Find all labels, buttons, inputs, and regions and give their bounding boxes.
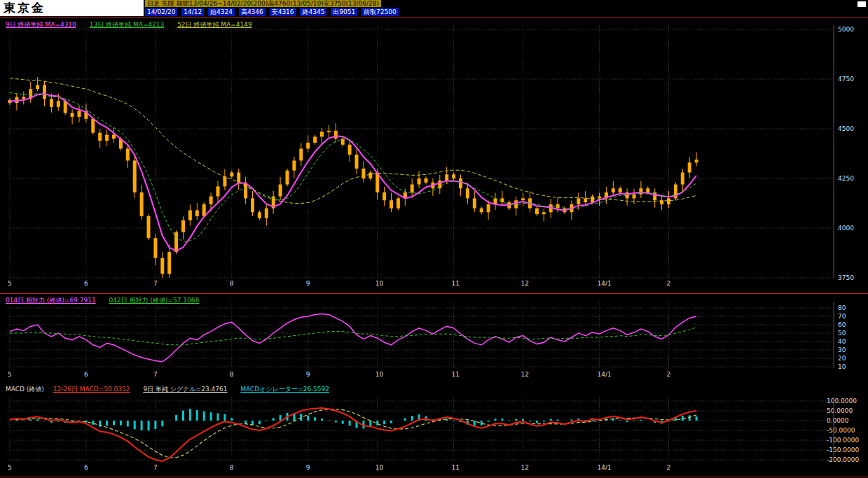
svg-text:80: 80 (838, 304, 846, 311)
svg-text:11: 11 (452, 464, 460, 471)
svg-text:40: 40 (838, 338, 846, 345)
svg-text:11: 11 (452, 280, 460, 287)
svg-text:9: 9 (306, 371, 310, 378)
svg-text:11: 11 (452, 371, 460, 378)
svg-text:3750: 3750 (838, 274, 854, 281)
svg-text:-150.0000: -150.0000 (827, 447, 859, 454)
quote-high: 高4346 (239, 8, 266, 16)
svg-text:5000: 5000 (838, 26, 854, 33)
quote-volume: 出9051 (331, 8, 357, 16)
svg-text:10: 10 (838, 363, 846, 370)
svg-text:70: 70 (838, 313, 846, 320)
svg-text:4000: 4000 (838, 225, 854, 232)
instrument-title: 東京金 (0, 0, 144, 16)
svg-text:6: 6 (84, 371, 88, 378)
price-chart-panel: 9日 終値単純 MA=4310 13日 終値単純 MA=4213 52日 終値単… (0, 18, 868, 293)
legend-macd-link[interactable]: 12-26日 MACD=50.0352 (53, 386, 130, 393)
svg-text:2: 2 (667, 371, 671, 378)
quote-low: 安4316 (270, 8, 296, 16)
legend-ma13-link[interactable]: 13日 終値単純 MA=4213 (90, 21, 165, 28)
svg-text:8: 8 (230, 464, 234, 471)
svg-text:5: 5 (8, 280, 12, 287)
svg-text:8: 8 (230, 371, 234, 378)
quote-contract-month: 14/12 (181, 8, 204, 16)
rsi-chart[interactable]: 80706050403020105678910111214/12 (0, 294, 868, 383)
macd-chart[interactable]: 100.000050.00000.0000-50.0000-100.0000-1… (0, 383, 868, 478)
svg-text:12: 12 (521, 371, 529, 378)
svg-text:4250: 4250 (838, 175, 854, 182)
legend-rsi42-link[interactable]: 042日 相対力 (終値)=57.1068 (109, 297, 200, 304)
quote-info-bar: 14/02/20 14/12 始4324 高4346 安4316 終4345 出… (145, 8, 401, 16)
svg-text:7: 7 (153, 371, 158, 378)
quote-open-interest: 前取72500 (361, 8, 399, 16)
quote-date: 14/02/20 (145, 8, 177, 16)
svg-text:9: 9 (306, 280, 310, 287)
svg-text:20: 20 (838, 355, 846, 362)
chart-app-window: 東京金 日足 先限 期間13/04/26~14/02/20(200)高4760(… (0, 0, 868, 478)
svg-text:14/1: 14/1 (598, 464, 612, 471)
quote-open: 始4324 (208, 8, 235, 16)
quote-close: 終4345 (300, 8, 326, 16)
svg-text:14/1: 14/1 (598, 371, 612, 378)
svg-text:60: 60 (838, 321, 846, 328)
legend-oscillator-link[interactable]: MACDオシレーター=26.5592 (240, 386, 329, 393)
svg-text:10: 10 (376, 280, 384, 287)
legend-ma9-link[interactable]: 9日 終値単純 MA=4310 (6, 21, 76, 28)
svg-text:5: 5 (8, 371, 12, 378)
svg-text:50.0000: 50.0000 (827, 407, 853, 414)
svg-text:10: 10 (376, 464, 384, 471)
svg-text:12: 12 (521, 464, 529, 471)
legend-signal-link[interactable]: 9日 単純 シグナル=23.4761 (143, 386, 227, 393)
svg-text:6: 6 (84, 464, 88, 471)
svg-text:9: 9 (306, 464, 310, 471)
separator-line-bottom (0, 477, 868, 477)
svg-text:0.0000: 0.0000 (827, 417, 849, 424)
svg-text:4500: 4500 (838, 125, 854, 132)
svg-text:-200.0000: -200.0000 (827, 456, 859, 463)
svg-text:12: 12 (521, 280, 529, 287)
svg-text:-100.0000: -100.0000 (827, 437, 859, 444)
svg-text:30: 30 (838, 346, 846, 353)
svg-text:-50.0000: -50.0000 (827, 427, 855, 434)
svg-text:2: 2 (667, 280, 671, 287)
svg-text:7: 7 (153, 464, 158, 471)
rsi-legend: 014日 相対力 (終値)=69.7911 042日 相対力 (終値)=57.1… (6, 296, 210, 305)
svg-text:6: 6 (84, 280, 88, 287)
rsi-panel: 014日 相対力 (終値)=69.7911 042日 相対力 (終値)=57.1… (0, 294, 868, 383)
macd-panel: MACD (終値) 12-26日 MACD=50.0352 9日 単純 シグナル… (0, 383, 868, 478)
price-legend: 9日 終値単純 MA=4310 13日 終値単純 MA=4213 52日 終値単… (6, 20, 263, 29)
svg-text:2: 2 (667, 464, 671, 471)
svg-text:14/1: 14/1 (598, 280, 612, 287)
chart-info-bar: 日足 先限 期間13/04/26~14/02/20(200)高4760(13/0… (145, 0, 381, 7)
macd-legend: MACD (終値) 12-26日 MACD=50.0352 9日 単純 シグナル… (6, 385, 340, 394)
svg-text:50: 50 (838, 330, 846, 337)
svg-text:4750: 4750 (838, 76, 854, 83)
svg-text:7: 7 (153, 280, 158, 287)
svg-text:10: 10 (376, 371, 384, 378)
legend-rsi14-link[interactable]: 014日 相対力 (終値)=69.7911 (6, 297, 96, 304)
macd-legend-title: MACD (終値) (6, 386, 44, 393)
window-corner-button[interactable] (857, 1, 866, 7)
price-candlestick-chart[interactable]: 5000475045004250400037505678910111214/12 (0, 18, 868, 293)
legend-ma52-link[interactable]: 52日 終値単純 MA=4149 (177, 21, 252, 28)
svg-text:5: 5 (8, 464, 12, 471)
svg-text:8: 8 (230, 280, 234, 287)
svg-text:100.0000: 100.0000 (827, 398, 857, 405)
